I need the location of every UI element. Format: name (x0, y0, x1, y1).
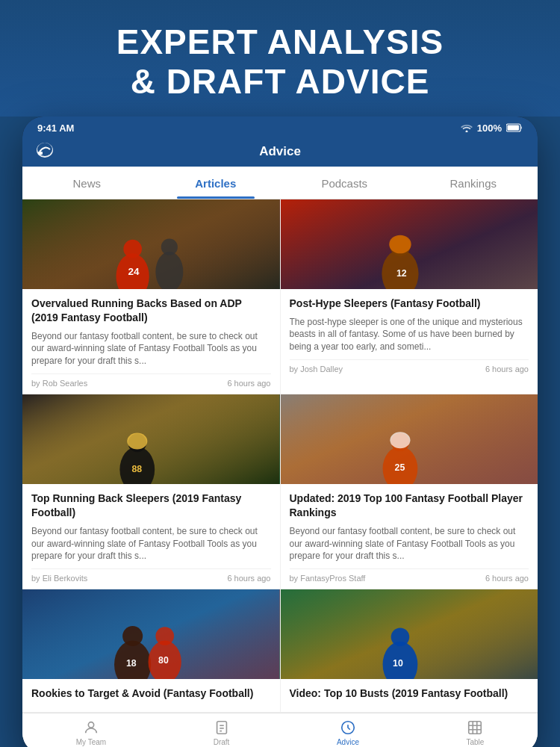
battery-percentage: 100% (477, 123, 502, 134)
article-time: 6 hours ago (485, 574, 529, 583)
article-image: 25 (281, 394, 538, 484)
article-meta: by Eli Berkovits 6 hours ago (31, 568, 271, 583)
svg-rect-44 (217, 722, 226, 734)
svg-rect-6 (22, 199, 280, 289)
article-card[interactable]: 24 Overvalued Running Backs Based on ADP… (22, 199, 280, 394)
article-title: Updated: 2019 Top 100 Fantasy Football P… (290, 492, 529, 520)
article-image: 18 80 (22, 589, 280, 679)
svg-text:18: 18 (126, 658, 137, 669)
svg-point-22 (127, 433, 147, 449)
article-meta: by FantasyPros Staff 6 hours ago (290, 568, 529, 583)
article-author: by Josh Dalley (290, 365, 343, 374)
article-meta: by Josh Dalley 6 hours ago (290, 359, 529, 374)
bottom-nav-my-team[interactable]: My Team (76, 719, 106, 746)
svg-point-41 (391, 628, 409, 647)
articles-grid: 24 Overvalued Running Backs Based on ADP… (22, 199, 538, 713)
article-title: Rookies to Target & Avoid (Fantasy Footb… (31, 686, 271, 701)
bottom-nav-table-label: Table (466, 738, 484, 746)
svg-point-43 (88, 722, 93, 728)
article-card[interactable]: 10 Video: Top 10 Busts (2019 Fantasy Foo… (281, 589, 538, 712)
article-title: Post-Hype Sleepers (Fantasy Football) (290, 297, 529, 311)
svg-text:24: 24 (128, 265, 140, 276)
article-time: 6 hours ago (227, 574, 270, 583)
article-body: Top Running Back Sleepers (2019 Fantasy … (22, 484, 280, 589)
article-meta: by Rob Searles 6 hours ago (31, 374, 271, 388)
nav-logo (34, 139, 55, 164)
article-body: Video: Top 10 Busts (2019 Fantasy Footba… (281, 679, 538, 712)
tab-articles[interactable]: Articles (152, 167, 281, 199)
article-body: Updated: 2019 Top 100 Fantasy Football P… (281, 484, 538, 589)
svg-point-33 (122, 626, 143, 646)
svg-text:25: 25 (394, 462, 405, 473)
article-card[interactable]: 25 Updated: 2019 Top 100 Fantasy Footbal… (281, 394, 538, 589)
article-body: Overvalued Running Backs Based on ADP (2… (22, 289, 280, 394)
tabs: News Articles Podcasts Rankings (22, 167, 538, 199)
article-body: Rookies to Target & Avoid (Fantasy Footb… (22, 679, 280, 712)
tab-rankings[interactable]: Rankings (409, 167, 538, 199)
content-area: News Articles Podcasts Rankings (22, 167, 538, 747)
svg-text:88: 88 (131, 464, 142, 474)
article-image: 88 (22, 394, 280, 484)
article-image: 12 (281, 199, 538, 289)
bottom-nav-advice[interactable]: Advice (337, 719, 359, 746)
article-title: Video: Top 10 Busts (2019 Fantasy Footba… (290, 686, 529, 701)
article-image: 24 (22, 199, 280, 289)
article-title: Top Running Back Sleepers (2019 Fantasy … (31, 492, 271, 520)
article-time: 6 hours ago (485, 365, 529, 374)
bottom-nav-draft-label: Draft (214, 738, 230, 746)
svg-rect-49 (469, 722, 482, 734)
article-card[interactable]: 12 Post-Hype Sleepers (Fantasy Football)… (281, 199, 538, 394)
article-excerpt: Beyond our fantasy football content, be … (31, 525, 271, 562)
status-bar: 9:41 AM 100% (22, 117, 538, 138)
bottom-nav-draft[interactable]: Draft (214, 719, 230, 746)
article-author: by Eli Berkovits (31, 574, 87, 583)
svg-point-8 (123, 240, 142, 258)
article-author: by Rob Searles (31, 379, 87, 388)
tab-news[interactable]: News (22, 167, 152, 199)
article-card[interactable]: 18 80 Rookies to Target & Avoid (Fantasy… (22, 589, 280, 712)
article-excerpt: The post-hype sleeper is one of the uniq… (290, 316, 529, 353)
svg-point-36 (155, 627, 174, 645)
bottom-nav-table[interactable]: Table (466, 719, 484, 746)
status-time: 9:41 AM (37, 123, 74, 134)
article-image: 10 (281, 589, 538, 679)
article-title: Overvalued Running Backs Based on ADP (2… (31, 297, 271, 325)
article-excerpt: Beyond our fantasy football content, be … (31, 330, 271, 368)
article-body: Post-Hype Sleepers (Fantasy Football) Th… (281, 289, 538, 379)
svg-rect-4 (38, 152, 43, 155)
article-card[interactable]: 88 Top Running Back Sleepers (2019 Fanta… (22, 394, 280, 589)
nav-bar: Advice (22, 138, 538, 167)
svg-rect-1 (508, 125, 520, 131)
bottom-nav-advice-label: Advice (337, 738, 359, 746)
nav-title: Advice (259, 144, 301, 159)
wifi-icon (461, 123, 473, 132)
tab-podcasts[interactable]: Podcasts (280, 167, 409, 199)
svg-point-28 (390, 432, 410, 448)
article-excerpt: Beyond our fantasy football content, be … (290, 525, 529, 562)
article-time: 6 hours ago (227, 379, 270, 388)
svg-text:10: 10 (393, 658, 403, 669)
hero-title: EXPERT ANALYSIS& DRAFT ADVICE (30, 22, 530, 102)
svg-point-16 (389, 235, 411, 253)
bottom-nav: My Team Draft Advice (22, 713, 538, 747)
battery-icon (506, 123, 523, 132)
article-author: by FantasyPros Staff (290, 574, 366, 583)
svg-text:12: 12 (396, 268, 407, 279)
status-right: 100% (461, 123, 523, 134)
svg-text:80: 80 (158, 655, 169, 666)
bottom-nav-my-team-label: My Team (76, 738, 106, 746)
device-frame: 9:41 AM 100% (22, 117, 538, 747)
hero-section: EXPERT ANALYSIS& DRAFT ADVICE (0, 0, 560, 117)
svg-point-10 (161, 238, 178, 255)
